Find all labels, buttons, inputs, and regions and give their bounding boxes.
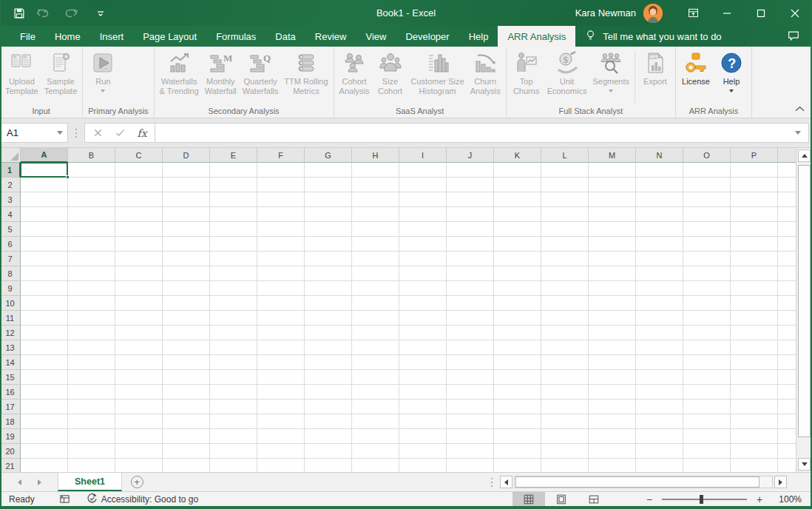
cell-n18[interactable] [636, 414, 683, 429]
cell-c7[interactable] [115, 252, 163, 266]
cell-g4[interactable] [305, 207, 352, 222]
cell-a9[interactable] [21, 281, 68, 296]
cell-n3[interactable] [636, 192, 683, 207]
horizontal-scroll-track[interactable] [514, 476, 773, 488]
cell-a12[interactable] [21, 326, 68, 340]
cell-e5[interactable] [210, 222, 257, 237]
cell-a3[interactable] [21, 192, 68, 207]
cell-l15[interactable] [541, 370, 589, 385]
cell-i10[interactable] [399, 296, 447, 311]
cell-h21[interactable] [352, 459, 399, 472]
normal-view-button[interactable] [512, 492, 545, 507]
row-header-7[interactable]: 7 [0, 252, 21, 266]
cell-b9[interactable] [68, 281, 115, 296]
cell-l11[interactable] [541, 311, 589, 326]
cell-o11[interactable] [683, 311, 731, 326]
cell-e18[interactable] [210, 414, 257, 429]
row-header-1[interactable]: 1 [0, 163, 21, 178]
cell-i7[interactable] [399, 252, 447, 266]
column-header-g[interactable]: G [305, 148, 352, 163]
cell-a19[interactable] [21, 429, 68, 444]
cell-p3[interactable] [731, 192, 778, 207]
insert-function-icon[interactable]: fx [131, 124, 153, 141]
scroll-left-icon[interactable] [500, 476, 512, 488]
cell-n9[interactable] [636, 281, 683, 296]
cell-o21[interactable] [683, 459, 731, 472]
cell-a5[interactable] [21, 222, 68, 237]
cell-i13[interactable] [399, 340, 447, 355]
cell-l17[interactable] [541, 400, 589, 414]
cell-b20[interactable] [68, 444, 115, 459]
cell-m12[interactable] [589, 326, 636, 340]
cell-o17[interactable] [683, 400, 731, 414]
cell-d6[interactable] [163, 237, 210, 252]
cell-k11[interactable] [494, 311, 541, 326]
tab-page-layout[interactable]: Page Layout [133, 26, 206, 47]
column-header-l[interactable]: L [541, 148, 589, 163]
cell-h10[interactable] [352, 296, 399, 311]
tab-formulas[interactable]: Formulas [206, 26, 265, 47]
zoom-out-button[interactable]: − [640, 493, 659, 505]
cell-e19[interactable] [210, 429, 257, 444]
cell-h18[interactable] [352, 414, 399, 429]
cell-f7[interactable] [257, 252, 305, 266]
cell-k8[interactable] [494, 266, 541, 281]
cell-i4[interactable] [399, 207, 447, 222]
cell-l21[interactable] [541, 459, 589, 472]
cell-f9[interactable] [257, 281, 305, 296]
cell-g3[interactable] [305, 192, 352, 207]
cell-p20[interactable] [731, 444, 778, 459]
cell-n15[interactable] [636, 370, 683, 385]
cell-g5[interactable] [305, 222, 352, 237]
cell-a13[interactable] [21, 340, 68, 355]
cell-e10[interactable] [210, 296, 257, 311]
cell-m17[interactable] [589, 400, 636, 414]
cell-c18[interactable] [115, 414, 163, 429]
page-break-preview-button[interactable] [578, 492, 610, 507]
cell-j7[interactable] [447, 252, 494, 266]
cell-k5[interactable] [494, 222, 541, 237]
cell-d17[interactable] [163, 400, 210, 414]
cell-c16[interactable] [115, 385, 163, 400]
cell-h16[interactable] [352, 385, 399, 400]
cell-n8[interactable] [636, 266, 683, 281]
cell-a1[interactable] [21, 163, 68, 178]
cell-b5[interactable] [68, 222, 115, 237]
cell-n10[interactable] [636, 296, 683, 311]
avatar[interactable] [643, 4, 663, 23]
cell-g10[interactable] [305, 296, 352, 311]
cell-m8[interactable] [589, 266, 636, 281]
cell-g7[interactable] [305, 252, 352, 266]
cell-d20[interactable] [163, 444, 210, 459]
cell-a2[interactable] [21, 178, 68, 192]
cell-e6[interactable] [210, 237, 257, 252]
cell-m3[interactable] [589, 192, 636, 207]
cell-m16[interactable] [589, 385, 636, 400]
cell-l5[interactable] [541, 222, 589, 237]
previous-sheet-icon[interactable] [18, 479, 21, 485]
cell-f17[interactable] [257, 400, 305, 414]
cell-a17[interactable] [21, 400, 68, 414]
cell-l12[interactable] [541, 326, 589, 340]
cell-m18[interactable] [589, 414, 636, 429]
cell-j19[interactable] [447, 429, 494, 444]
cell-d13[interactable] [163, 340, 210, 355]
cell-p9[interactable] [731, 281, 778, 296]
cell-l19[interactable] [541, 429, 589, 444]
cell-b4[interactable] [68, 207, 115, 222]
cell-l13[interactable] [541, 340, 589, 355]
cell-f10[interactable] [257, 296, 305, 311]
page-layout-view-button[interactable] [545, 492, 578, 507]
cell-a10[interactable] [21, 296, 68, 311]
cell-h4[interactable] [352, 207, 399, 222]
cell-j1[interactable] [447, 163, 494, 178]
cell-h9[interactable] [352, 281, 399, 296]
cell-j6[interactable] [447, 237, 494, 252]
cell-e16[interactable] [210, 385, 257, 400]
cell-l20[interactable] [541, 444, 589, 459]
row-header-4[interactable]: 4 [0, 207, 21, 222]
row-header-14[interactable]: 14 [0, 355, 21, 370]
cell-h1[interactable] [352, 163, 399, 178]
cell-m9[interactable] [589, 281, 636, 296]
cell-o8[interactable] [683, 266, 731, 281]
